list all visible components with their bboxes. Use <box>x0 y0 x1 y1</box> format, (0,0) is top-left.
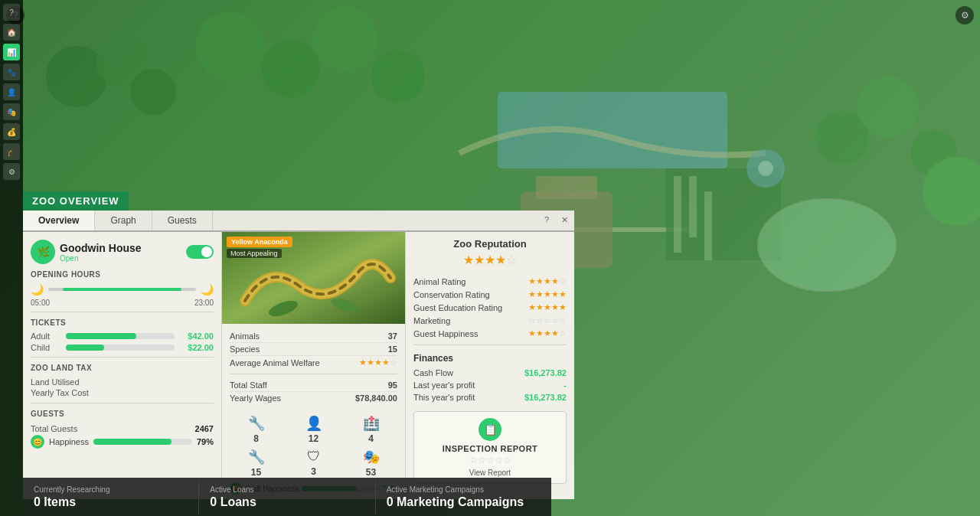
panel-help[interactable]: ? <box>538 211 555 230</box>
total-guests-val: 2467 <box>195 424 214 433</box>
hours-end: 23:00 <box>194 299 214 307</box>
sidebar-finance-icon[interactable]: 💰 <box>3 123 20 140</box>
adult-ticket-bar[interactable] <box>66 333 175 339</box>
tab-guests[interactable]: Guests <box>152 211 213 230</box>
sidebar-animals-icon[interactable]: 🐾 <box>3 64 20 80</box>
tax-cost-label: Yearly Tax Cost <box>31 388 89 397</box>
child-ticket-bar[interactable] <box>66 345 175 351</box>
sidebar-overview-icon[interactable]: 📊 <box>3 44 20 60</box>
happiness-pct: 79% <box>197 437 214 446</box>
zoo-open-toggle[interactable] <box>186 245 214 259</box>
cash-flow-label: Cash Flow <box>413 368 453 377</box>
right-column: Zoo Reputation ★★★★☆ Animal Rating ★★★★☆… <box>406 232 574 499</box>
mechanic-val: 12 <box>309 433 318 444</box>
tab-graph[interactable]: Graph <box>95 211 152 230</box>
total-staff-row: Total Staff 95 <box>230 379 397 392</box>
marketing-bottom-label: Active Marketing Campaigns <box>387 485 541 494</box>
cash-flow-val: $16,273.82 <box>524 368 567 377</box>
reputation-stars: ★★★★☆ <box>413 253 567 267</box>
security-icon: 🛡 <box>307 449 321 465</box>
bottom-bar: Currently Researching 0 Items Active Loa… <box>23 478 551 516</box>
svg-point-6 <box>312 6 377 70</box>
entertainer-item: 🎭 53 <box>345 449 397 478</box>
svg-point-5 <box>262 40 320 98</box>
opening-hours-label: OPENING HOURS <box>31 270 214 279</box>
sidebar-settings-icon[interactable]: ⚙ <box>3 163 20 180</box>
reputation-section: Zoo Reputation ★★★★☆ <box>413 238 567 267</box>
settings-icon[interactable]: ⚙ <box>956 6 974 24</box>
guest-happiness-label: Guest Happiness <box>413 329 478 338</box>
educator-icon: 🔧 <box>248 449 265 465</box>
settings-button[interactable]: ⚙ <box>956 6 974 24</box>
marketing-label: Marketing <box>413 316 450 325</box>
entertainer-val: 53 <box>366 467 376 478</box>
cash-flow-row: Cash Flow $16,273.82 <box>413 367 567 379</box>
zookeeper-val: 8 <box>253 433 259 444</box>
happiness-bar <box>93 439 192 445</box>
vet-val: 4 <box>368 433 374 444</box>
svg-rect-13 <box>689 176 697 237</box>
this-year-val: $16,273.82 <box>524 393 567 402</box>
happiness-icon: 😊 <box>31 435 44 449</box>
inspection-icon: 📋 <box>479 418 501 441</box>
panel-close[interactable]: ✕ <box>555 211 574 230</box>
vet-icon: 🏥 <box>363 415 380 432</box>
svg-rect-12 <box>674 176 681 253</box>
zoo-name-row: 🌿 Goodwin House Open <box>31 240 214 264</box>
zookeeper-icon: 🔧 <box>248 415 265 432</box>
svg-point-15 <box>758 199 896 291</box>
guest-happiness-stars: ★★★★☆ <box>528 328 567 338</box>
welfare-label: Average Animal Welfare <box>230 358 320 367</box>
animal-image[interactable]: Yellow Anaconda Most Appealing <box>222 232 405 324</box>
zoo-icon: 🌿 <box>31 240 55 264</box>
sidebar-zoo-icon[interactable]: 🏠 <box>3 24 20 41</box>
guest-happiness-rating-row: Guest Happiness ★★★★☆ <box>413 327 567 340</box>
sidebar-guests-icon[interactable]: 🎭 <box>3 103 20 120</box>
sidebar-education-icon[interactable]: 🎓 <box>3 143 20 160</box>
animals-val: 37 <box>388 331 397 341</box>
tax-cost-row: Yearly Tax Cost <box>31 387 214 398</box>
vet-item: 🏥 4 <box>345 415 397 444</box>
view-report-button[interactable]: View Report <box>420 469 560 477</box>
zoo-name-status: Goodwin House Open <box>60 242 142 263</box>
panel-title: ZOO OVERVIEW <box>23 191 129 211</box>
marketing-rating-row: Marketing ☆☆☆☆☆ <box>413 314 567 327</box>
loans-section: Active Loans 0 Loans <box>199 481 375 514</box>
adult-label: Adult <box>31 331 61 341</box>
security-item: 🛡 3 <box>287 449 340 478</box>
adult-ticket-row: Adult $42.00 <box>31 331 214 341</box>
land-utilised-label: Land Utilised <box>31 377 80 387</box>
animal-appeal-badge: Most Appealing <box>227 249 282 258</box>
panel-body: 🌿 Goodwin House Open OPENING HOURS 🌙 🌙 0… <box>23 232 574 499</box>
reputation-title: Zoo Reputation <box>413 238 567 250</box>
sidebar-help-icon[interactable]: ? <box>3 4 20 21</box>
tickets-label: TICKETS <box>31 318 214 327</box>
total-staff-val: 95 <box>388 380 397 390</box>
research-label: Currently Researching <box>34 485 188 494</box>
species-label: Species <box>230 345 260 354</box>
hours-times: 05:00 23:00 <box>31 299 214 307</box>
zoo-status: Open <box>60 254 142 263</box>
zoo-name: Goodwin House <box>60 242 142 254</box>
total-guests-row: Total Guests 2467 <box>31 423 214 435</box>
welfare-stars: ★★★★☆ <box>359 358 397 367</box>
animal-name-badge: Yellow Anaconda <box>227 237 292 247</box>
welfare-row: Average Animal Welfare ★★★★☆ <box>230 356 397 369</box>
animal-rating-label: Animal Rating <box>413 277 466 286</box>
animals-row: Animals 37 <box>230 330 397 343</box>
conservation-stars: ★★★★★ <box>528 289 567 299</box>
last-year-row: Last year's profit - <box>413 379 567 391</box>
this-year-row: This year's profit $16,273.82 <box>413 391 567 403</box>
hours-slider[interactable] <box>48 288 196 291</box>
entertainer-icon: 🎭 <box>363 449 380 465</box>
sidebar-staff-icon[interactable]: 👤 <box>3 83 20 100</box>
loans-label: Active Loans <box>210 485 364 494</box>
conservation-rating-row: Conservation Rating ★★★★★ <box>413 288 567 301</box>
tab-overview[interactable]: Overview <box>23 211 95 230</box>
last-year-label: Last year's profit <box>413 380 475 390</box>
zoo-overview-panel: ZOO OVERVIEW Overview Graph Guests ? ✕ 🌿… <box>23 191 574 499</box>
hours-start: 05:00 <box>31 299 50 307</box>
animal-stats: Animals 37 Species 15 Average Animal Wel… <box>222 324 405 410</box>
animal-rating-row: Animal Rating ★★★★☆ <box>413 275 567 288</box>
child-label: Child <box>31 343 61 352</box>
